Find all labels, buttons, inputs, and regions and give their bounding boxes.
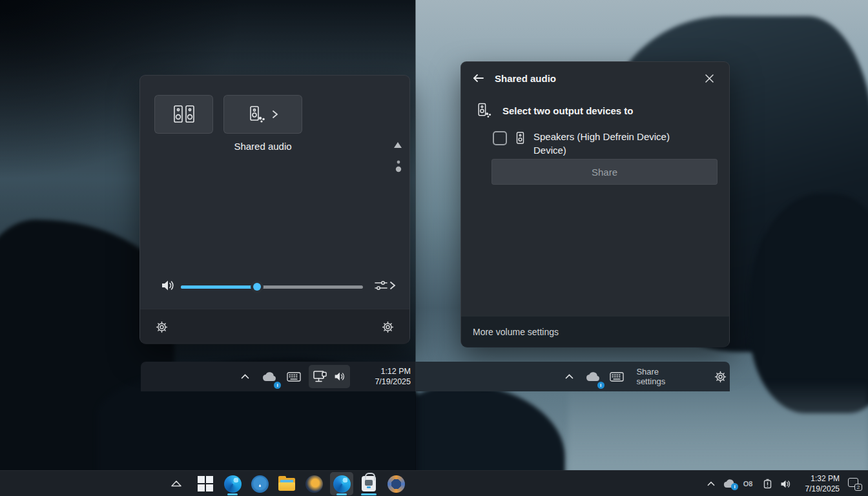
orange-badge-app-icon bbox=[388, 475, 405, 493]
dialog-footer: More volume settings bbox=[461, 316, 729, 347]
clock-left[interactable]: 1:12 PM 7/19/2025 bbox=[364, 366, 411, 387]
shared-audio-label: Shared audio bbox=[204, 141, 322, 152]
screens-count-badge: 2 bbox=[854, 484, 862, 491]
onedrive-info-badge: i bbox=[274, 382, 281, 389]
taskbar-time: 1:32 PM bbox=[793, 473, 840, 484]
edge-icon bbox=[224, 475, 242, 493]
store-active-indicator bbox=[361, 493, 377, 495]
device-row: Speakers (High Defrein Device) Device) bbox=[493, 130, 670, 157]
device-name-line2: Device) bbox=[533, 143, 670, 157]
dialog-subtitle-row: Select two output devices to bbox=[475, 102, 634, 119]
share-button[interactable]: Share bbox=[491, 159, 718, 185]
volume-slider-fill bbox=[181, 285, 257, 289]
split-seam bbox=[415, 0, 416, 496]
volume-speaker-icon[interactable] bbox=[160, 278, 176, 293]
close-icon[interactable] bbox=[701, 70, 718, 87]
shared-audio-tile[interactable] bbox=[223, 95, 302, 134]
dialog-subtitle: Select two output devices to bbox=[502, 105, 634, 116]
taskbar-clock[interactable]: 1:32 PM 7/19/2025 bbox=[793, 473, 840, 494]
dual-screens-icon: 2 bbox=[848, 478, 862, 490]
edge-running-indicator bbox=[227, 493, 238, 495]
taskbar-app-store[interactable] bbox=[357, 472, 380, 495]
back-arrow-icon[interactable] bbox=[473, 74, 484, 83]
store-bag-icon bbox=[362, 476, 376, 491]
tray-chevron-up-icon-2[interactable] bbox=[560, 366, 579, 388]
start-button[interactable] bbox=[194, 472, 217, 495]
settings-gear-tray-icon[interactable] bbox=[711, 366, 730, 388]
onedrive-icon-2[interactable]: i bbox=[584, 366, 603, 388]
tray-fragment-right: i Share settings bbox=[415, 362, 730, 391]
shared-audio-small-icon bbox=[475, 102, 492, 119]
tray-glyph-icon: O8 bbox=[743, 480, 753, 488]
quick-settings-button[interactable] bbox=[309, 365, 350, 388]
device-speaker-icon bbox=[516, 132, 524, 144]
onedrive-info-badge-2: i bbox=[597, 382, 604, 389]
chevron-right-icon bbox=[271, 110, 279, 119]
blue-app-icon bbox=[251, 475, 269, 493]
volume-row bbox=[140, 268, 409, 307]
tray-volume-icon bbox=[333, 371, 346, 382]
quick-settings-footer bbox=[140, 309, 409, 344]
audio-output-mixer-icon[interactable] bbox=[374, 279, 388, 292]
shared-audio-dialog: Shared audio Select two output devices t… bbox=[460, 61, 730, 347]
folder-icon bbox=[278, 479, 295, 491]
taskbar-file-explorer[interactable] bbox=[275, 472, 298, 495]
onedrive-icon[interactable]: i bbox=[260, 366, 279, 388]
dialog-title: Shared audio bbox=[495, 73, 556, 84]
device-name-line1: Speakers (High Defrein Device) bbox=[533, 130, 670, 143]
taskbar-app-edge-2-active[interactable] bbox=[330, 472, 353, 495]
more-volume-settings-link[interactable]: More volume settings bbox=[473, 327, 559, 337]
touch-keyboard-icon[interactable] bbox=[284, 366, 304, 388]
scroll-up-arrow[interactable] bbox=[393, 140, 402, 152]
taskbar-app-orange[interactable] bbox=[384, 472, 408, 495]
settings-gear-right-icon[interactable] bbox=[382, 321, 394, 333]
dialog-header: Shared audio bbox=[461, 62, 729, 94]
edge-icon-active bbox=[333, 475, 351, 493]
edge-active-indicator bbox=[336, 493, 347, 495]
page-dot-large bbox=[395, 163, 402, 175]
taskbar-app-blue[interactable] bbox=[248, 472, 271, 495]
taskbar-date: 7/19/2025 bbox=[793, 484, 840, 494]
tray-chevron-up-icon[interactable] bbox=[235, 366, 254, 388]
settings-gear-left-icon[interactable] bbox=[156, 321, 168, 333]
clock-left-date: 7/19/2025 bbox=[364, 377, 411, 387]
dual-speakers-tile[interactable] bbox=[154, 95, 213, 134]
volume-slider-track[interactable] bbox=[181, 285, 363, 289]
shared-audio-icon bbox=[247, 105, 266, 123]
dual-speakers-icon bbox=[170, 105, 198, 124]
taskbar-app-dark[interactable] bbox=[302, 472, 326, 495]
tray-fragment-left: i 1:12 PM 7/19/202 bbox=[141, 362, 415, 391]
quick-settings-flyout: Shared audio bbox=[140, 75, 410, 344]
device-name-label: Speakers (High Defrein Device) Device) bbox=[533, 130, 670, 157]
windows-logo-icon bbox=[198, 476, 213, 491]
mixer-chevron-right-icon[interactable] bbox=[389, 281, 396, 290]
volume-slider-thumb[interactable] bbox=[251, 280, 264, 293]
taskbar-screens[interactable]: 2 bbox=[843, 472, 867, 495]
share-settings-label[interactable]: Share settings bbox=[636, 367, 688, 386]
taskbar: i O8 1:32 PM 7/19/2025 2 bbox=[0, 470, 868, 496]
taskbar-show-hidden-icons[interactable] bbox=[165, 472, 188, 495]
device-checkbox[interactable] bbox=[493, 131, 507, 145]
taskbar-app-edge-1[interactable] bbox=[221, 472, 244, 495]
dark-orange-app-icon bbox=[305, 475, 323, 493]
touch-keyboard-icon-2[interactable] bbox=[608, 366, 626, 388]
network-wired-icon bbox=[313, 369, 328, 384]
clock-left-time: 1:12 PM bbox=[364, 366, 411, 377]
